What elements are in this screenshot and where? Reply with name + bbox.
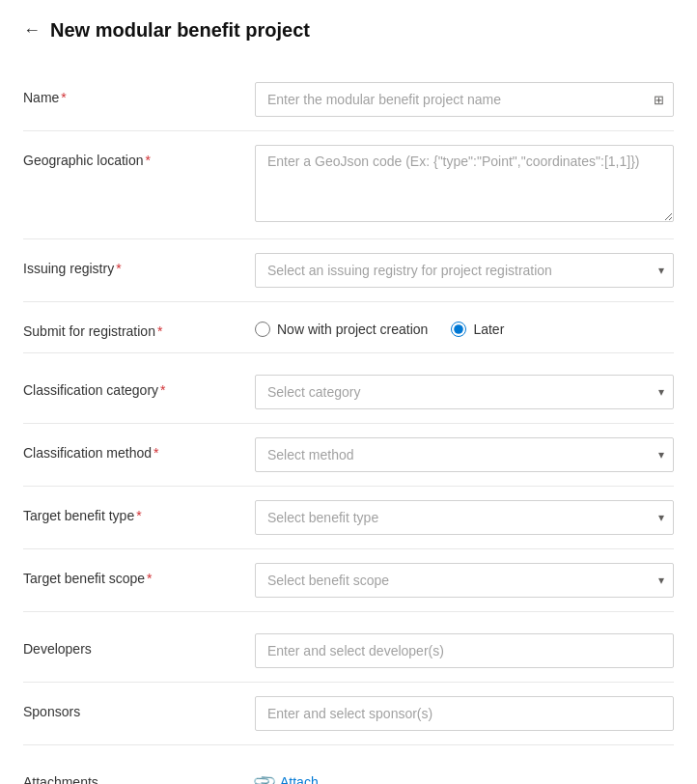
attachments-row: Attachments 📎 Attach — [23, 753, 674, 784]
issuing-select-wrapper: Select an issuing registry for project r… — [255, 253, 674, 288]
page-title: New modular benefit project — [50, 19, 310, 42]
geo-row: Geographic location* — [23, 131, 674, 239]
class-method-row: Classification method* Select method ▾ — [23, 424, 674, 487]
form-section: Name* ⊞ Geographic location* Issuing reg… — [23, 69, 674, 784]
page-header: ← New modular benefit project — [23, 19, 674, 42]
submit-option-now[interactable]: Now with project creation — [255, 322, 428, 337]
back-arrow-icon: ← — [23, 20, 41, 41]
class-cat-row: Classification category* Select category… — [23, 361, 674, 424]
benefit-type-select[interactable]: Select benefit type — [255, 500, 674, 535]
class-method-control: Select method ▾ — [255, 437, 674, 472]
attach-button-label: Attach — [280, 774, 319, 785]
benefit-scope-control: Select benefit scope ▾ — [255, 563, 674, 598]
geo-label: Geographic location* — [23, 145, 255, 168]
back-button[interactable]: ← — [23, 20, 41, 41]
developers-input[interactable] — [255, 633, 674, 668]
submit-label: Submit for registration* — [23, 316, 255, 339]
section-gap-1 — [23, 353, 674, 361]
attachments-control: 📎 Attach — [255, 767, 674, 784]
geo-control — [255, 145, 674, 225]
benefit-scope-select[interactable]: Select benefit scope — [255, 563, 674, 598]
section-gap-3 — [23, 745, 674, 753]
class-cat-select[interactable]: Select category — [255, 375, 674, 409]
developers-label: Developers — [23, 633, 255, 657]
geo-textarea[interactable] — [255, 145, 674, 222]
radio-later[interactable] — [451, 322, 466, 337]
radio-now-label: Now with project creation — [277, 322, 428, 337]
submit-radio-group: Now with project creation Later — [255, 316, 674, 337]
issuing-label: Issuing registry* — [23, 253, 255, 276]
benefit-type-select-wrapper: Select benefit type ▾ — [255, 500, 674, 535]
submit-option-later[interactable]: Later — [451, 322, 504, 337]
attach-button[interactable]: 📎 Attach — [255, 767, 319, 784]
name-input-icon: ⊞ — [654, 93, 664, 107]
radio-later-label: Later — [473, 322, 504, 337]
sponsors-label: Sponsors — [23, 696, 255, 719]
class-method-select-wrapper: Select method ▾ — [255, 437, 674, 472]
benefit-scope-row: Target benefit scope* Select benefit sco… — [23, 549, 674, 612]
name-label: Name* — [23, 82, 255, 105]
class-cat-control: Select category ▾ — [255, 375, 674, 409]
benefit-type-row: Target benefit type* Select benefit type… — [23, 487, 674, 549]
sponsors-row: Sponsors — [23, 683, 674, 745]
class-method-label: Classification method* — [23, 437, 255, 461]
developers-row: Developers — [23, 620, 674, 683]
issuing-select[interactable]: Select an issuing registry for project r… — [255, 253, 674, 288]
class-cat-select-wrapper: Select category ▾ — [255, 375, 674, 409]
submit-row: Submit for registration* Now with projec… — [23, 302, 674, 353]
benefit-type-control: Select benefit type ▾ — [255, 500, 674, 535]
benefit-scope-label: Target benefit scope* — [23, 563, 255, 586]
name-control: ⊞ — [255, 82, 674, 117]
name-input-wrapper: ⊞ — [255, 82, 674, 117]
sponsors-input[interactable] — [255, 696, 674, 731]
benefit-scope-select-wrapper: Select benefit scope ▾ — [255, 563, 674, 598]
class-cat-label: Classification category* — [23, 375, 255, 398]
paperclip-icon: 📎 — [251, 769, 278, 784]
radio-now[interactable] — [255, 322, 270, 337]
submit-control: Now with project creation Later — [255, 316, 674, 337]
name-row: Name* ⊞ — [23, 69, 674, 131]
benefit-type-label: Target benefit type* — [23, 500, 255, 523]
class-method-select[interactable]: Select method — [255, 437, 674, 472]
developers-control — [255, 633, 674, 668]
section-gap-2 — [23, 612, 674, 620]
sponsors-control — [255, 696, 674, 731]
attachments-label: Attachments — [23, 767, 255, 784]
page-container: ← New modular benefit project Name* ⊞ Ge… — [0, 0, 697, 784]
issuing-control: Select an issuing registry for project r… — [255, 253, 674, 288]
issuing-row: Issuing registry* Select an issuing regi… — [23, 239, 674, 302]
name-input[interactable] — [255, 82, 674, 117]
